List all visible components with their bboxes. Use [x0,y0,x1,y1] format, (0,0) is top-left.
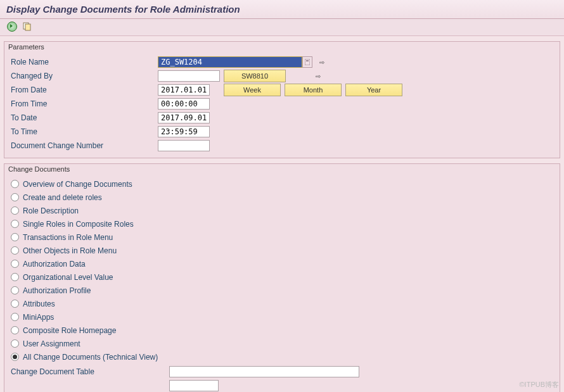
change-doc-radio-label: Overview of Change Documents [23,180,132,189]
from-time-input[interactable] [158,98,210,110]
change-documents-legend: Change Documents [4,164,560,175]
parameters-group: Parameters Role Name ⇨ Changed By SW8810… [4,41,560,158]
month-button[interactable]: Month [285,84,342,96]
radio-row: Role Description [8,204,556,217]
radio-row: All Change Documents (Technical View) [8,350,556,364]
change-doc-radio-label: Composite Role Homepage [23,326,116,335]
change-doc-radio-label: Attributes [23,300,55,308]
parameters-legend: Parameters [4,42,560,53]
from-date-input[interactable] [158,84,210,96]
change-doc-radio-label: Organizational Level Value [23,273,113,282]
radio-row: Overview of Change Documents [8,177,556,191]
label-to-date: To Date [8,113,158,122]
svg-rect-3 [306,60,309,61]
radio-row: Other Objects in Role Menu [8,244,556,257]
change-doc-radio[interactable] [11,260,19,268]
doc-change-num-input[interactable] [158,140,210,151]
change-doc-radio-label: All Change Documents (Technical View) [23,353,158,362]
radio-row: Authorization Data [8,257,556,270]
radio-row: Single Roles in Composite Roles [8,217,556,231]
role-name-multiple-selection-icon[interactable]: ⇨ [316,57,328,67]
changed-by-input[interactable] [158,70,220,82]
change-doc-radio-label: Authorization Data [23,260,86,269]
change-doc-radio[interactable] [11,180,19,188]
me-button[interactable]: SW8810 [224,70,286,82]
radio-row: User Assignment [8,337,556,350]
change-doc-radio[interactable] [11,273,19,281]
change-doc-radio[interactable] [11,326,19,334]
role-name-search-help-icon[interactable] [302,56,312,68]
change-doc-radio[interactable] [11,313,19,321]
radio-row: Create and delete roles [8,191,556,204]
label-role-name: Role Name [8,58,158,66]
change-doc-radio[interactable] [11,353,19,361]
execute-icon[interactable] [6,21,18,32]
radio-row: Authorization Profile [8,284,556,297]
change-doc-radio[interactable] [11,339,19,348]
label-to-time: To Time [8,127,158,136]
week-button[interactable]: Week [224,84,281,96]
label-from-time: From Time [8,99,158,108]
change-doc-radio[interactable] [11,206,19,215]
change-doc-radio[interactable] [11,193,19,201]
change-doc-table-extra-input[interactable] [169,380,219,391]
label-changed-by: Changed By [8,72,158,80]
radio-row: MiniApps [8,310,556,324]
radio-row: Organizational Level Value [8,270,556,284]
to-date-input[interactable] [158,112,210,123]
svg-rect-1 [25,24,30,30]
variant-icon[interactable] [22,21,33,32]
change-doc-radio-label: User Assignment [23,339,80,348]
page-title: Display Change Documents for Role Admini… [0,0,564,19]
to-time-input[interactable] [158,126,210,137]
radio-row: Attributes [8,297,556,310]
label-doc-change-num: Document Change Number [8,141,158,150]
change-doc-table-input[interactable] [169,366,359,377]
change-doc-radio[interactable] [11,286,19,294]
svg-rect-2 [305,59,310,65]
change-doc-radio-label: Authorization Profile [23,286,91,295]
change-doc-radio[interactable] [11,233,19,241]
change-doc-radio[interactable] [11,220,19,228]
change-doc-radio-label: Single Roles in Composite Roles [23,220,134,229]
change-doc-radio[interactable] [11,246,19,255]
toolbar [0,19,564,36]
role-name-input[interactable] [158,56,302,68]
change-doc-radio-label: Role Description [23,206,79,215]
radio-row: Composite Role Homepage [8,324,556,337]
year-button[interactable]: Year [345,84,402,96]
changed-by-multiple-selection-icon[interactable]: ⇨ [312,71,324,81]
change-documents-group: Change Documents Overview of Change Docu… [4,163,560,392]
radio-row: Transactions in Role Menu [8,231,556,244]
label-change-doc-table: Change Document Table [8,367,169,376]
label-from-date: From Date [8,85,158,94]
change-doc-radio-label: Transactions in Role Menu [23,233,113,242]
change-doc-radio-label: MiniApps [23,313,54,322]
change-doc-radio-label: Other Objects in Role Menu [23,246,117,255]
watermark: ©ITPUB博客 [520,380,560,389]
change-doc-radio-label: Create and delete roles [23,193,102,202]
change-doc-radio[interactable] [11,300,19,308]
